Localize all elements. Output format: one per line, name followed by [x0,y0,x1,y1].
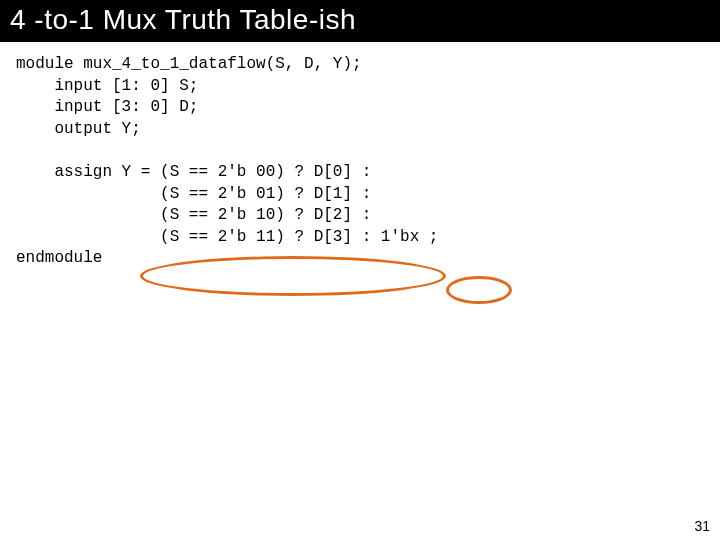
code-line-8: (S == 2'b 10) ? D[2] : [16,206,371,224]
verilog-code-block: module mux_4_to_1_dataflow(S, D, Y); inp… [0,42,720,270]
code-line-2: input [1: 0] S; [16,77,198,95]
code-line-1: module mux_4_to_1_dataflow(S, D, Y); [16,55,362,73]
code-line-4: output Y; [16,120,141,138]
slide-title: 4 -to-1 Mux Truth Table-ish [0,0,720,42]
code-line-6: assign Y = (S == 2'b 00) ? D[0] : [16,163,371,181]
slide-number: 31 [694,518,710,534]
code-line-3: input [3: 0] D; [16,98,198,116]
annotation-ellipse-large [140,256,446,296]
code-line-7: (S == 2'b 01) ? D[1] : [16,185,371,203]
code-line-10: endmodule [16,249,102,267]
code-line-9: (S == 2'b 11) ? D[3] : 1'bx ; [16,228,438,246]
annotation-ellipse-small [446,276,512,304]
